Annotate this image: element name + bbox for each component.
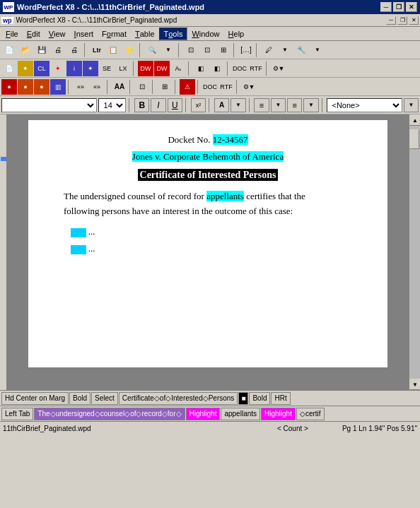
- pill-highlight-1[interactable]: Highlight: [186, 408, 221, 420]
- tb2-btn-6[interactable]: ✦: [83, 61, 98, 76]
- tb2-btn-7[interactable]: SE: [99, 61, 115, 76]
- tb2-btn-13[interactable]: ◧: [209, 61, 225, 76]
- restore-button[interactable]: ❐: [393, 2, 404, 12]
- menu-format[interactable]: Format: [98, 28, 131, 40]
- tb2-btn-8[interactable]: LX: [115, 61, 131, 76]
- docket-prefix: Docket No.: [168, 134, 210, 145]
- highlight-dropdown[interactable]: ▼: [277, 42, 293, 58]
- tb-btn-11[interactable]: 🔧: [293, 42, 309, 58]
- tb3-btn-12[interactable]: RTF: [218, 79, 234, 95]
- close-button[interactable]: ✕: [406, 2, 417, 12]
- style-dropdown[interactable]: ▼: [404, 98, 419, 112]
- style-select[interactable]: <None>: [327, 98, 402, 112]
- tb2-btn-12[interactable]: ◧: [193, 61, 209, 76]
- doc-scroll-area[interactable]: Docket No. 12-34567 Jones v. Corporate B…: [7, 114, 409, 390]
- menu-window[interactable]: Window: [187, 28, 223, 40]
- menu-edit[interactable]: Edit: [23, 28, 45, 40]
- text-color-button[interactable]: A: [214, 98, 229, 112]
- tb2-btn-5[interactable]: i: [66, 61, 82, 76]
- menu-help[interactable]: Help: [224, 28, 249, 40]
- pill-cert-text[interactable]: Certificate◇of◇Interested◇Persons: [119, 392, 238, 405]
- pill-highlight-2[interactable]: Highlight: [261, 408, 296, 420]
- menu-table[interactable]: Table: [131, 28, 159, 40]
- linespace-dropdown[interactable]: ▼: [303, 98, 318, 112]
- pill-select[interactable]: Select: [91, 392, 118, 405]
- doc-restore-button[interactable]: ❐: [397, 16, 407, 25]
- doc-window-title: WordPerfect X8 - C:\...\11thCirBrief_Pag…: [16, 16, 387, 24]
- toolbar-separator-13: [152, 80, 155, 94]
- tb-btn-dropdown[interactable]: ▼: [310, 42, 325, 58]
- tb-btn-7[interactable]: ⊡: [183, 42, 199, 58]
- tb3-btn-3[interactable]: ●: [34, 79, 49, 95]
- tb3-btn-7[interactable]: AA: [112, 79, 127, 95]
- pill-hrt[interactable]: HRt: [271, 392, 290, 405]
- pill-appellants[interactable]: appellants: [221, 408, 260, 420]
- minimize-button[interactable]: ─: [380, 2, 392, 12]
- pill-certif[interactable]: ◇certif: [296, 408, 325, 420]
- tb3-btn-8[interactable]: ⊡: [134, 79, 150, 95]
- menu-tools[interactable]: Tools: [159, 28, 188, 40]
- new-button[interactable]: 📄: [1, 42, 17, 58]
- tb3-btn-2[interactable]: ●: [18, 79, 33, 95]
- underline-button[interactable]: U: [168, 98, 182, 112]
- toolbar-separator-2: [139, 43, 142, 57]
- doc-minimize-button[interactable]: ─: [386, 16, 396, 25]
- toolbar-separator-8: [227, 61, 230, 76]
- highlight-button[interactable]: 🖊: [261, 42, 276, 58]
- doc-close-button[interactable]: ✕: [409, 16, 419, 25]
- tb-btn-8[interactable]: ⊡: [199, 42, 215, 58]
- tb2-btn-10[interactable]: DW: [154, 61, 170, 76]
- tb3-btn-4[interactable]: ▥: [50, 79, 66, 95]
- scroll-thumb[interactable]: [409, 129, 419, 149]
- tb2-btn-11[interactable]: Aₛ: [170, 61, 186, 76]
- save-button[interactable]: 💾: [34, 42, 49, 58]
- find-dropdown[interactable]: ▼: [161, 42, 176, 58]
- text-color-dropdown[interactable]: ▼: [231, 98, 245, 112]
- tb-btn-9[interactable]: ⊞: [216, 42, 231, 58]
- print-button[interactable]: 🖨: [50, 42, 66, 58]
- pill-undersigned[interactable]: The◇undersigned◇counsel◇of◇record◇for◇: [34, 408, 185, 420]
- tb2-btn-9[interactable]: DW: [138, 61, 153, 76]
- tb2-btn-16[interactable]: ⚙▼: [271, 61, 286, 76]
- bullet-item-2: ...: [71, 243, 352, 254]
- tb-btn-10[interactable]: […]: [238, 42, 254, 58]
- ltr-button[interactable]: Ltr: [89, 42, 105, 58]
- tb-btn-5[interactable]: 📋: [105, 42, 121, 58]
- tb3-btn-13[interactable]: ⚙▼: [241, 79, 257, 95]
- open-button[interactable]: 📂: [18, 42, 33, 58]
- linespace-button[interactable]: ≡: [287, 98, 302, 112]
- italic-button[interactable]: I: [151, 98, 165, 112]
- pill-left-tab[interactable]: Left Tab: [1, 408, 33, 420]
- tb2-btn-2[interactable]: ✦: [18, 61, 33, 76]
- tb3-btn-9[interactable]: ⊞: [157, 79, 173, 95]
- scroll-down-button[interactable]: ▼: [409, 379, 420, 390]
- menu-file[interactable]: File: [1, 28, 23, 40]
- font-name-select[interactable]: CentSchbook BT: [1, 98, 97, 112]
- tb3-btn-1[interactable]: ●: [1, 79, 17, 95]
- align-button[interactable]: ≡: [254, 98, 269, 112]
- tb2-btn-15[interactable]: RTF: [248, 61, 264, 76]
- toolbar-separator-10: [68, 80, 71, 94]
- tb3-btn-10[interactable]: ⚠: [180, 79, 195, 95]
- pill-dark[interactable]: ■: [238, 392, 248, 405]
- superscript-button[interactable]: x²: [191, 98, 206, 112]
- tb2-btn-4[interactable]: ✦: [50, 61, 66, 76]
- align-dropdown[interactable]: ▼: [271, 98, 286, 112]
- find-button[interactable]: 🔍: [144, 42, 160, 58]
- font-size-select[interactable]: 14: [98, 98, 126, 112]
- tb2-btn-1[interactable]: 📄: [1, 61, 17, 76]
- pill-hd-center[interactable]: Hd Center on Marg: [1, 392, 69, 405]
- tb3-btn-6[interactable]: «»: [89, 79, 105, 95]
- scroll-up-button[interactable]: ▲: [409, 114, 420, 126]
- menu-insert[interactable]: Insert: [70, 28, 98, 40]
- print2-button[interactable]: 🖨: [66, 42, 82, 58]
- tb3-btn-11[interactable]: DOC: [202, 79, 218, 95]
- pill-bold-1[interactable]: Bold: [69, 392, 91, 405]
- tb3-btn-5[interactable]: «»: [73, 79, 88, 95]
- pill-bold-2[interactable]: Bold: [249, 392, 270, 405]
- tb2-btn-14[interactable]: DOC: [232, 61, 247, 76]
- tb2-btn-3[interactable]: CL: [34, 61, 49, 76]
- tb-btn-6[interactable]: ⭐: [122, 42, 137, 58]
- menu-view[interactable]: View: [45, 28, 70, 40]
- bold-button[interactable]: B: [134, 98, 149, 112]
